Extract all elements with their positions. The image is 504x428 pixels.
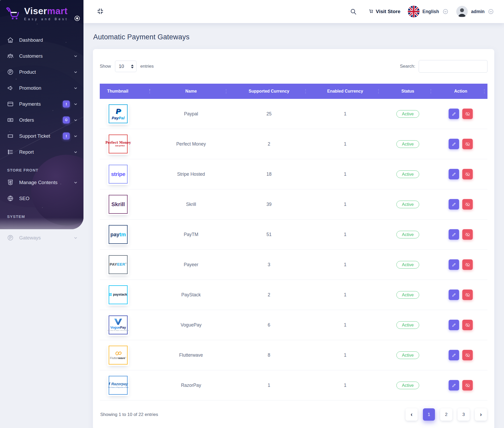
users-icon bbox=[7, 53, 14, 59]
disable-button[interactable] bbox=[462, 199, 473, 210]
edit-button[interactable] bbox=[449, 380, 459, 390]
pagination-page-2[interactable]: 2 bbox=[440, 408, 452, 421]
sidebar-item-report[interactable]: Report bbox=[0, 144, 83, 160]
column-header-enabled-currency[interactable]: Enabled Currency↑↓ bbox=[309, 84, 382, 99]
sort-arrows-icon: ↑↓ bbox=[378, 89, 379, 94]
column-header-label: Status bbox=[401, 89, 414, 93]
status-cell: Active bbox=[382, 220, 434, 250]
table-row: VoguePaySECURE PAYMENT PROCESSORVoguePay… bbox=[100, 310, 487, 340]
status-cell: Active bbox=[382, 99, 434, 129]
sidebar: Visermart Easy and Best DashboardCustome… bbox=[0, 0, 83, 229]
sidebar-collapse-button[interactable] bbox=[96, 7, 105, 17]
sidebar-pin-toggle[interactable] bbox=[75, 16, 80, 21]
action-cell bbox=[434, 340, 487, 370]
action-cell bbox=[434, 189, 487, 220]
status-cell: Active bbox=[382, 129, 434, 159]
gateway-name-cell: Stripe Hosted bbox=[153, 159, 229, 189]
topbar: Visit Store English bbox=[83, 0, 504, 23]
disable-button[interactable] bbox=[462, 109, 473, 119]
pagination-prev[interactable]: ‹ bbox=[406, 408, 418, 421]
column-header-label: Enabled Currency bbox=[327, 89, 363, 93]
user-chevron-down-icon[interactable] bbox=[488, 9, 494, 14]
sidebar-item-gateways[interactable]: Gateways bbox=[0, 230, 83, 246]
enabled-currency-cell: 1 bbox=[309, 370, 382, 400]
column-header-name[interactable]: Name↑↓ bbox=[153, 84, 229, 99]
chevron-down-icon bbox=[74, 150, 78, 154]
visit-store-link[interactable]: Visit Store bbox=[369, 8, 401, 15]
edit-button[interactable] bbox=[449, 109, 459, 119]
search-input[interactable] bbox=[419, 60, 487, 73]
gateway-icon bbox=[7, 234, 14, 241]
thumbnail-cell: VoguePaySECURE PAYMENT PROCESSOR bbox=[100, 310, 153, 340]
sidebar-item-dashboard[interactable]: Dashboard bbox=[0, 32, 83, 48]
disable-button[interactable] bbox=[462, 380, 473, 390]
disable-button[interactable] bbox=[462, 320, 473, 330]
disable-button[interactable] bbox=[462, 169, 473, 179]
status-badge: Active bbox=[396, 351, 419, 359]
edit-button[interactable] bbox=[449, 350, 459, 360]
user-avatar[interactable] bbox=[456, 6, 468, 17]
disable-button[interactable] bbox=[462, 350, 473, 360]
gateway-name-cell: Skrill bbox=[153, 189, 229, 220]
enabled-currency-cell: 1 bbox=[309, 99, 382, 129]
action-cell bbox=[434, 129, 487, 159]
sidebar-item-orders[interactable]: Orders bbox=[0, 112, 83, 128]
gateways-table: Thumbnail↑↓Name↑↓Supported Currency↑↓Ena… bbox=[100, 84, 487, 400]
uk-flag-icon[interactable] bbox=[408, 6, 420, 18]
sidebar-item-customers[interactable]: Customers bbox=[0, 48, 83, 64]
sidebar-item-seo[interactable]: SEO bbox=[0, 190, 83, 206]
status-badge: Active bbox=[396, 291, 419, 299]
sidebar-item-label: Dashboard bbox=[19, 37, 78, 43]
disable-button[interactable] bbox=[462, 229, 473, 240]
edit-button[interactable] bbox=[449, 320, 459, 330]
username-label[interactable]: admin bbox=[471, 9, 485, 14]
language-chevron-down-icon[interactable] bbox=[443, 9, 448, 14]
edit-button[interactable] bbox=[449, 259, 459, 270]
gateway-name-cell: Payeer bbox=[153, 250, 229, 280]
language-label[interactable]: English bbox=[422, 9, 439, 14]
sidebar-item-manage-contents[interactable]: Manage Contents bbox=[0, 174, 83, 190]
cart-icon bbox=[369, 8, 374, 15]
column-header-status[interactable]: Status↑↓ bbox=[382, 84, 434, 99]
action-cell bbox=[434, 280, 487, 310]
enabled-currency-cell: 1 bbox=[309, 159, 382, 189]
edit-button[interactable] bbox=[449, 229, 459, 240]
pagination-page-1[interactable]: 1 bbox=[423, 408, 435, 421]
column-header-action[interactable]: Action↑↓ bbox=[434, 84, 487, 99]
column-header-thumbnail[interactable]: Thumbnail↑↓ bbox=[100, 84, 153, 99]
thumbnail-cell: Flutterwave® bbox=[100, 340, 153, 370]
entries-select[interactable]: 10 bbox=[115, 61, 136, 72]
gateway-name-cell: PayStack bbox=[153, 280, 229, 310]
status-badge: Active bbox=[396, 201, 419, 208]
disable-button[interactable] bbox=[462, 290, 473, 300]
supported-currency-cell: 8 bbox=[229, 340, 309, 370]
status-cell: Active bbox=[382, 189, 434, 220]
sidebar-item-product[interactable]: Product bbox=[0, 64, 83, 80]
sidebar-overflow-item: Gateways bbox=[0, 230, 83, 246]
sidebar-item-support-ticket[interactable]: Support Ticket! bbox=[0, 128, 83, 144]
chevron-down-icon bbox=[74, 86, 78, 90]
enabled-currency-cell: 1 bbox=[309, 340, 382, 370]
edit-button[interactable] bbox=[449, 290, 459, 300]
edit-button[interactable] bbox=[449, 199, 459, 210]
sidebar-item-promotion[interactable]: Promotion bbox=[0, 80, 83, 96]
pagination-next[interactable]: › bbox=[475, 408, 487, 421]
chevron-down-icon bbox=[74, 236, 78, 240]
sidebar-nav: DashboardCustomersProductPromotionPaymen… bbox=[0, 32, 83, 221]
pagination-page-3[interactable]: 3 bbox=[458, 408, 470, 421]
table-row: PAYEER®Payeer31Active bbox=[100, 250, 487, 280]
thumbnail-cell: paytm bbox=[100, 220, 153, 250]
alert-badge: ! bbox=[63, 100, 70, 108]
disable-button[interactable] bbox=[462, 139, 473, 149]
column-header-supported-currency[interactable]: Supported Currency↑↓ bbox=[229, 84, 309, 99]
disable-button[interactable] bbox=[462, 259, 473, 270]
edit-button[interactable] bbox=[449, 139, 459, 149]
search-icon[interactable] bbox=[350, 8, 357, 15]
entries-label: entries bbox=[140, 64, 154, 69]
credit-card-icon bbox=[7, 101, 14, 107]
action-cell bbox=[434, 220, 487, 250]
supported-currency-cell: 51 bbox=[229, 220, 309, 250]
edit-button[interactable] bbox=[449, 169, 459, 179]
enabled-currency-cell: 1 bbox=[309, 310, 382, 340]
sidebar-item-payments[interactable]: Payments! bbox=[0, 96, 83, 112]
